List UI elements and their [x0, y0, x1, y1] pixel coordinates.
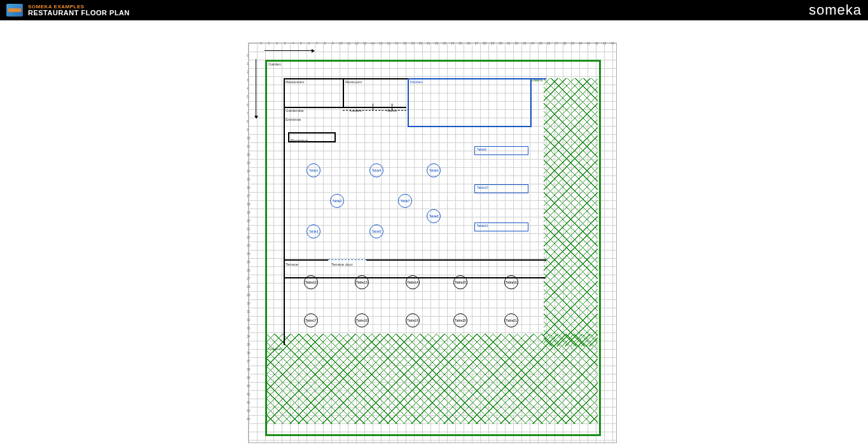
table-table18[interactable]: Table18	[355, 313, 369, 327]
table-table15[interactable]: Table15	[453, 275, 467, 289]
table-table13[interactable]: Table13	[355, 275, 369, 289]
axis-arrow-vertical	[256, 59, 256, 116]
table-table12[interactable]: Table12	[304, 275, 318, 289]
table-label: Table7	[401, 199, 410, 203]
table-label: Table6	[429, 168, 439, 172]
table-table20[interactable]: Table20	[453, 313, 467, 327]
greens-right	[544, 78, 598, 346]
table-table4[interactable]: Table4	[369, 163, 383, 177]
floorplan-sheet[interactable]: 0123456789101112131415161718192021222324…	[248, 43, 617, 443]
partition	[392, 104, 392, 110]
table-table9[interactable]: Table9	[474, 146, 528, 155]
table-label: Table2	[333, 199, 342, 203]
table-label: Table20	[455, 318, 466, 322]
table-label: Table4	[372, 168, 382, 172]
brand-logo-icon	[6, 4, 23, 17]
wall	[366, 259, 546, 261]
label-entrance: Entrance	[286, 118, 301, 121]
greens-bottom	[267, 334, 598, 424]
table-label: Table17	[305, 318, 317, 322]
table-label: Table8	[429, 214, 439, 218]
table-label: Table5	[372, 229, 382, 233]
terrace-door-line	[328, 259, 366, 260]
label-garden: Garden	[268, 62, 281, 66]
page-canvas: 0123456789101112131415161718192021222324…	[0, 20, 868, 445]
kitchen-wall	[408, 126, 532, 127]
brand-name: someka	[809, 2, 862, 18]
table-label: Table21	[506, 318, 517, 322]
table-table6[interactable]: Table6	[427, 163, 441, 177]
partition	[373, 104, 373, 110]
table-table3[interactable]: Table3	[307, 224, 320, 238]
table-label: Table12	[305, 280, 317, 284]
table-table14[interactable]: Table14	[406, 275, 420, 289]
building-outline	[284, 78, 546, 278]
table-label: Table14	[407, 280, 418, 284]
table-table16[interactable]: Table16	[504, 275, 518, 289]
kitchen-wall	[408, 78, 546, 79]
wall	[284, 259, 285, 345]
app-header: SOMEKA EXAMPLES RESTAURANT FLOOR PLAN so…	[0, 0, 868, 20]
label-ladies: Ladies	[350, 109, 362, 113]
table-table11[interactable]: Table11	[474, 222, 528, 231]
label-kitchen: Kitchen	[410, 80, 423, 84]
table-table17[interactable]: Table17	[304, 313, 318, 327]
label-restaurant: Restaurant	[286, 80, 304, 84]
wall	[343, 78, 344, 108]
label-terrace: Terrace	[286, 263, 298, 266]
label-greens-bottom: Greens	[268, 347, 281, 351]
table-label: Table13	[356, 280, 368, 284]
label-garderobe: Garderobe	[286, 109, 304, 113]
ruler-vertical: 0123456789101112131415161718192021222324…	[247, 51, 251, 442]
table-label: Table19	[407, 318, 418, 322]
table-table10[interactable]: Table10	[474, 184, 528, 193]
table-label: Table15	[455, 280, 466, 284]
table-label: Table18	[356, 318, 368, 322]
table-table2[interactable]: Table2	[330, 194, 344, 208]
header-text: SOMEKA EXAMPLES RESTAURANT FLOOR PLAN	[28, 4, 130, 17]
label-reception: Reception	[291, 139, 308, 142]
table-label: Table16	[506, 280, 517, 284]
kitchen-wall	[408, 78, 409, 127]
table-table1[interactable]: Table1	[307, 163, 320, 177]
table-label: Table3	[309, 229, 319, 233]
wall	[334, 132, 336, 142]
ruler-horizontal: 0123456789101112131415161718192021222324…	[257, 41, 616, 45]
label-terrace-door: Terrace door	[331, 263, 353, 266]
axis-arrow-horizontal	[265, 50, 312, 51]
table-table5[interactable]: Table5	[369, 224, 383, 238]
table-label: Table1	[309, 168, 319, 172]
table-table21[interactable]: Table21	[504, 313, 518, 327]
wall	[284, 259, 328, 261]
wall	[288, 132, 336, 134]
table-table19[interactable]: Table19	[406, 313, 420, 327]
kitchen-wall	[530, 78, 532, 127]
wall	[284, 78, 408, 79]
page-title: RESTAURANT FLOOR PLAN	[28, 10, 130, 17]
wall	[288, 132, 289, 142]
table-table7[interactable]: Table7	[398, 194, 412, 208]
partition	[343, 110, 406, 111]
label-restroom: Restroom	[345, 80, 362, 84]
wall	[284, 107, 406, 108]
table-table8[interactable]: Table8	[427, 209, 441, 223]
